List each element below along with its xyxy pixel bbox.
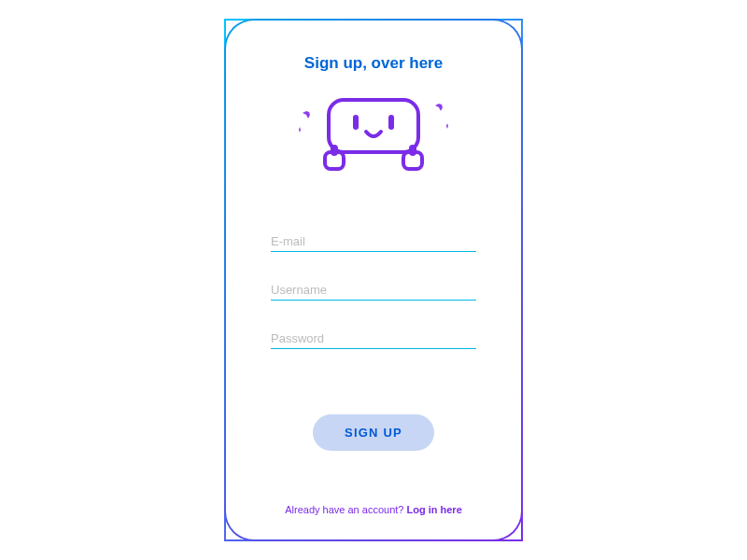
svg-marker-2 [299,127,301,133]
email-field[interactable] [271,231,476,252]
robot-mascot-icon [289,87,458,180]
button-row: SIGN UP [271,414,476,451]
login-prompt-text: Already have an account? [285,504,406,515]
signup-form: SIGN UP [271,231,476,451]
login-link[interactable]: Log in here [406,504,461,515]
signup-button[interactable]: SIGN UP [313,414,434,451]
svg-rect-12 [409,145,416,156]
password-field[interactable] [271,329,476,349]
svg-rect-10 [331,145,338,156]
signup-card: Sign up, over here [224,19,523,541]
username-field[interactable] [271,280,476,301]
svg-marker-5 [446,123,448,129]
svg-rect-6 [329,100,418,152]
svg-rect-8 [388,115,394,130]
page-title: Sign up, over here [304,54,443,73]
login-prompt: Already have an account? Log in here [285,504,462,515]
mascot-illustration [280,82,467,185]
svg-rect-7 [353,115,359,130]
